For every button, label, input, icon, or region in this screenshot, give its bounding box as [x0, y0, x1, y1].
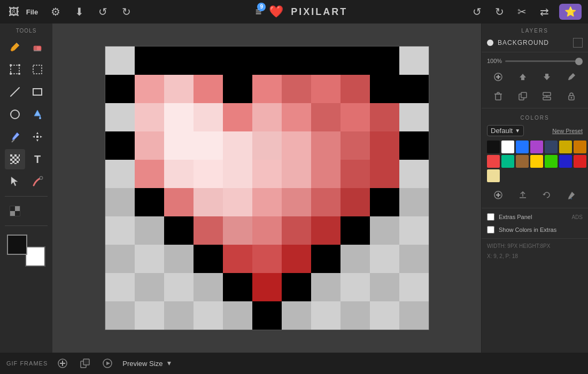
pixel-cell[interactable]	[252, 301, 282, 330]
rect-outline-tool[interactable]	[27, 82, 48, 102]
pixel-cell[interactable]	[341, 131, 370, 160]
select-tool[interactable]	[27, 59, 48, 80]
undo-btn[interactable]: ↺	[95, 4, 110, 19]
pixel-cell[interactable]	[282, 216, 311, 245]
color-swatch[interactable]	[559, 141, 572, 153]
pixel-cell[interactable]	[311, 131, 341, 160]
pixel-cell[interactable]	[252, 245, 282, 273]
color-swatch[interactable]	[545, 155, 558, 168]
pixel-cell[interactable]	[105, 75, 135, 103]
show-colors-checkbox[interactable]	[487, 226, 494, 233]
pixel-cell[interactable]	[311, 103, 341, 131]
share-palette-btn[interactable]	[515, 188, 530, 202]
pixel-cell[interactable]	[194, 160, 223, 188]
color-swatch[interactable]	[487, 169, 500, 182]
eyedropper-tool[interactable]	[5, 127, 25, 147]
pixel-cell[interactable]	[135, 46, 164, 75]
pixel-cell[interactable]	[399, 188, 429, 216]
merge-down-btn[interactable]	[539, 89, 554, 104]
pixel-cell[interactable]	[252, 216, 282, 245]
pixel-cell[interactable]	[282, 103, 311, 131]
pixel-cell[interactable]	[164, 46, 194, 75]
pixel-cell[interactable]	[282, 75, 311, 103]
pixel-cell[interactable]	[311, 245, 341, 273]
pixel-cell[interactable]	[370, 103, 399, 131]
pixel-cell[interactable]	[311, 188, 341, 216]
move-up-btn[interactable]	[515, 69, 530, 84]
pixel-cell[interactable]	[311, 75, 341, 103]
pixel-cell[interactable]	[164, 273, 194, 301]
pixel-cell[interactable]	[341, 245, 370, 273]
pixel-cell[interactable]	[282, 160, 311, 188]
line-tool[interactable]	[5, 82, 25, 102]
pixel-cell[interactable]	[341, 160, 370, 188]
pixel-cell[interactable]	[282, 273, 311, 301]
circle-tool[interactable]	[5, 104, 25, 124]
pixel-cell[interactable]	[164, 75, 194, 103]
pixel-cell[interactable]	[311, 46, 341, 75]
pixel-cell[interactable]	[252, 160, 282, 188]
pixel-canvas[interactable]	[105, 46, 429, 330]
pixel-cell[interactable]	[370, 245, 399, 273]
color-swatch[interactable]	[530, 141, 543, 153]
pixel-cell[interactable]	[370, 46, 399, 75]
pixel-cell[interactable]	[399, 103, 429, 131]
pixel-cell[interactable]	[399, 46, 429, 75]
preview-size-select[interactable]: Preview Size ▼	[122, 360, 172, 368]
zoom-thumb[interactable]	[575, 58, 583, 65]
zoom-slider[interactable]	[505, 60, 583, 62]
pixel-cell[interactable]	[135, 188, 164, 216]
pixel-cell[interactable]	[194, 301, 223, 330]
topbar-undo[interactable]: ↺	[469, 4, 484, 19]
pixel-cell[interactable]	[399, 75, 429, 103]
pixel-cell[interactable]	[135, 216, 164, 245]
dither-tool[interactable]	[5, 149, 25, 169]
pixel-cell[interactable]	[105, 160, 135, 188]
undo-color-btn[interactable]	[539, 188, 554, 202]
pixel-cell[interactable]	[370, 188, 399, 216]
edit-layer-btn[interactable]	[564, 69, 579, 84]
pixel-cell[interactable]	[252, 273, 282, 301]
shuffle-icon[interactable]: ⇄	[537, 4, 552, 19]
checkerboard-tool[interactable]	[5, 201, 25, 221]
add-layer-btn[interactable]	[491, 69, 506, 84]
fill-tool[interactable]	[27, 104, 48, 124]
add-frame-btn[interactable]	[55, 356, 70, 371]
pixel-cell[interactable]	[105, 103, 135, 131]
pixel-cell[interactable]	[223, 160, 252, 188]
layer-row[interactable]: BACKGROUND	[482, 36, 588, 50]
settings-icon[interactable]: ⚙	[48, 4, 63, 19]
crop-icon[interactable]: ✂	[514, 4, 529, 19]
pixel-cell[interactable]	[370, 301, 399, 330]
fg-bg-color-swatches[interactable]	[7, 235, 45, 267]
rect-select-tool[interactable]	[5, 59, 25, 80]
pixel-cell[interactable]	[223, 245, 252, 273]
delete-layer-btn[interactable]	[491, 89, 506, 104]
pixel-cell[interactable]	[223, 273, 252, 301]
pixel-cell[interactable]	[282, 131, 311, 160]
pixel-cell[interactable]	[341, 273, 370, 301]
pixel-cell[interactable]	[341, 301, 370, 330]
pixel-cell[interactable]	[399, 273, 429, 301]
pixel-cell[interactable]	[223, 103, 252, 131]
eraser-tool[interactable]	[27, 37, 48, 57]
pixel-cell[interactable]	[164, 216, 194, 245]
pixel-cell[interactable]	[341, 216, 370, 245]
pixel-cell[interactable]	[252, 188, 282, 216]
pixel-cell[interactable]	[311, 216, 341, 245]
extras-panel-checkbox[interactable]	[487, 213, 494, 221]
pixel-cell[interactable]	[164, 188, 194, 216]
pixel-cell[interactable]	[105, 216, 135, 245]
show-colors-label[interactable]: Show Colors in Extras	[499, 227, 556, 233]
pixel-cell[interactable]	[252, 103, 282, 131]
lock-layer-btn[interactable]	[564, 89, 579, 104]
color-swatch[interactable]	[574, 141, 586, 153]
pixel-cell[interactable]	[105, 131, 135, 160]
pixel-cell[interactable]	[135, 75, 164, 103]
pixel-cell[interactable]	[282, 245, 311, 273]
pixel-cell[interactable]	[164, 301, 194, 330]
color-swatch[interactable]	[516, 155, 529, 168]
pixel-cell[interactable]	[252, 75, 282, 103]
pixel-cell[interactable]	[370, 216, 399, 245]
text-tool[interactable]: T	[27, 149, 48, 169]
